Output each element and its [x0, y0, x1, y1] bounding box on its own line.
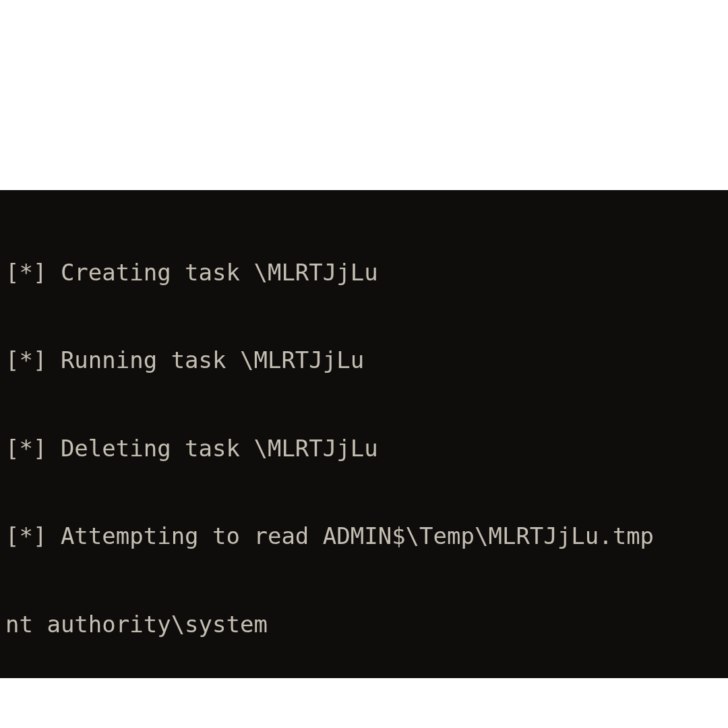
- terminal-line: [*] Attempting to read ADMIN$\Temp\MLRTJ…: [5, 522, 723, 551]
- terminal-line: nt authority\system: [5, 610, 723, 640]
- terminal-line: [*] Deleting task \MLRTJjLu: [5, 434, 723, 464]
- terminal-output: [*] Creating task \MLRTJjLu [*] Running …: [0, 190, 728, 678]
- terminal-line: [*] Running task \MLRTJjLu: [5, 346, 723, 375]
- terminal-line: [*] Creating task \MLRTJjLu: [5, 258, 723, 288]
